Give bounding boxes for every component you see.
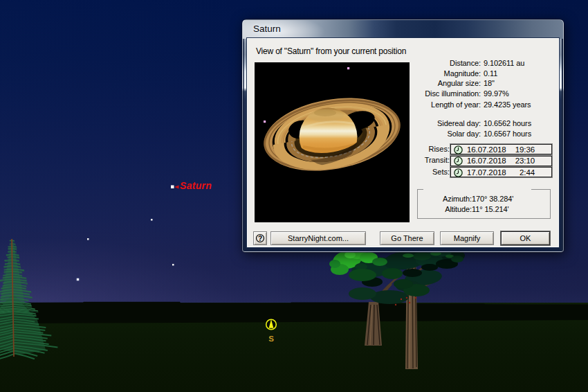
svg-text:?: ? — [258, 235, 262, 242]
svg-text:S: S — [268, 335, 274, 343]
